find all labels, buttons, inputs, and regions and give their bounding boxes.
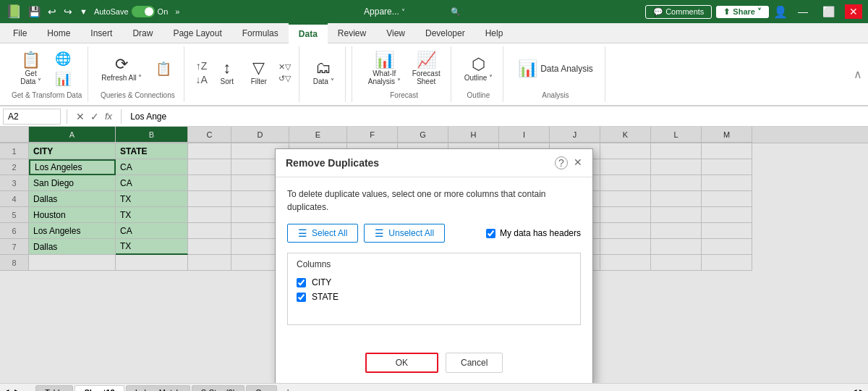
insert-function-icon[interactable]: fx	[105, 111, 112, 122]
get-transform-label: Get & Transform Data	[12, 88, 82, 99]
what-if-analysis-button[interactable]: 📊 What-IfAnalysis ˅	[364, 49, 405, 88]
outline-label: Outline	[467, 88, 490, 99]
autosave-switch[interactable]	[132, 6, 155, 17]
scroll-tabs-right-icon[interactable]: ▶	[12, 387, 23, 391]
close-button[interactable]: ✕	[845, 4, 862, 19]
analysis-buttons: 📊 Data Analysis	[512, 49, 599, 88]
dialog-title: Remove Duplicates	[286, 157, 379, 169]
outline-buttons: ⬡ Outline ˅	[460, 49, 497, 88]
column-item-city: CITY	[297, 275, 571, 290]
ribbon-group-forecast: 📊 What-IfAnalysis ˅ 📈 ForecastSheet Fore…	[358, 46, 451, 102]
tab-pagelayout[interactable]: Page Layout	[163, 23, 231, 43]
data-button[interactable]: 🗂 Data ˅	[309, 57, 339, 88]
tab-home[interactable]: Home	[37, 23, 80, 43]
tab-review[interactable]: Review	[328, 23, 376, 43]
sheet-tab-bar: ◀ ▶ ... Table Sheet13 Index_Match S-Star…	[0, 383, 868, 391]
tabs-ellipsis[interactable]: ...	[23, 388, 35, 392]
cancel-button[interactable]: Cancel	[446, 353, 503, 373]
redo-icon[interactable]: ↪	[61, 4, 75, 19]
save-icon[interactable]: 💾	[26, 4, 43, 19]
tab-file[interactable]: File	[3, 23, 37, 43]
sheet-tab-index-match[interactable]: Index_Match	[126, 385, 190, 391]
share-button[interactable]: ⬆ ⬆ Share Share ˅	[716, 6, 769, 18]
sort-descending-button[interactable]: ↓A	[193, 73, 209, 86]
sort-ascending-button[interactable]: ↑Z	[193, 59, 209, 72]
sheet-tab-table[interactable]: Table	[35, 385, 73, 391]
dialog-title-bar: Remove Duplicates ? ✕	[276, 149, 592, 177]
confirm-formula-icon[interactable]: ✓	[90, 111, 99, 122]
name-box[interactable]	[3, 109, 61, 125]
sheet-tab-c[interactable]: C...	[246, 385, 277, 391]
tab-draw[interactable]: Draw	[122, 23, 163, 43]
state-checkbox[interactable]	[297, 293, 306, 302]
from-table-button[interactable]: 📊	[48, 70, 77, 88]
search-icon[interactable]: 🔍	[451, 7, 461, 16]
maximize-button[interactable]: ⬜	[818, 4, 839, 19]
sheet-tab-sstar2[interactable]: S-Star (2)	[192, 385, 245, 391]
scroll-sheet-right-icon[interactable]: ▶	[859, 387, 865, 391]
formula-icons: ✕ ✓ fx	[73, 111, 115, 122]
forecast-label: Forecast	[390, 88, 418, 99]
comments-button[interactable]: 💬 Comments	[645, 5, 712, 19]
tab-insert[interactable]: Insert	[80, 23, 122, 43]
ribbon-collapse-icon[interactable]: ∧	[854, 67, 862, 81]
tab-formulas[interactable]: Formulas	[232, 23, 289, 43]
refresh-all-button[interactable]: ⟳ Refresh All ˅	[97, 54, 146, 85]
undo-icon[interactable]: ↩	[46, 4, 59, 19]
queries-label: Queries & Connections	[101, 88, 175, 99]
sheet-tab-sheet13[interactable]: Sheet13	[75, 385, 124, 391]
forecast-buttons: 📊 What-IfAnalysis ˅ 📈 ForecastSheet	[364, 49, 445, 88]
more-commands-icon[interactable]: ▼	[77, 6, 90, 17]
tab-view[interactable]: View	[376, 23, 415, 43]
scroll-tabs-left-icon[interactable]: ◀	[0, 387, 12, 391]
tab-help[interactable]: Help	[475, 23, 514, 43]
cancel-formula-icon[interactable]: ✕	[76, 111, 85, 122]
my-data-headers-label[interactable]: My data has headers	[486, 228, 581, 238]
sort-button[interactable]: ↕ Sort	[213, 57, 242, 88]
autosave-label: AutoSave	[94, 7, 129, 16]
unselect-all-button[interactable]: ☰ Unselect All	[364, 224, 445, 243]
reapply-button[interactable]: ↺▽	[276, 73, 293, 84]
filter-icon: ▽	[252, 60, 265, 76]
dialog-btn-row: ☰ Select All ☰ Unselect All My data has …	[287, 224, 581, 243]
column-item-state: STATE	[297, 290, 571, 304]
data-analysis-icon: 📊	[518, 59, 537, 78]
user-icon[interactable]: 👤	[773, 5, 788, 19]
dialog-overlay: Remove Duplicates ? ✕ To delete duplicat…	[0, 127, 868, 383]
filter-button[interactable]: ▽ Filter	[244, 57, 273, 88]
formula-bar: ✕ ✓ fx	[0, 106, 868, 127]
get-data-button[interactable]: 📋 GetData ˅	[16, 49, 46, 88]
city-checkbox[interactable]	[297, 278, 306, 287]
dialog-content: To delete duplicate values, select one o…	[276, 177, 592, 345]
ribbon-group-data-tools: 🗂 Data ˅	[302, 46, 346, 102]
add-sheet-icon[interactable]: +	[278, 386, 297, 392]
dialog-title-buttons: ? ✕	[555, 156, 582, 169]
columns-box-title: Columns	[297, 259, 571, 269]
dropdown-arrow-icon[interactable]: ˅	[401, 8, 405, 16]
autosave-toggle[interactable]: AutoSave On	[94, 6, 168, 17]
remove-duplicates-dialog: Remove Duplicates ? ✕ To delete duplicat…	[275, 148, 593, 383]
select-all-icon: ☰	[298, 227, 307, 239]
top-right-buttons: 💬 Comments ⬆ ⬆ Share Share ˅ 👤	[645, 5, 788, 19]
outline-button[interactable]: ⬡ Outline ˅	[460, 54, 497, 85]
get-data-icon: 📋	[21, 52, 41, 68]
scroll-sheet-left-icon[interactable]: ◀	[851, 387, 856, 391]
select-all-button[interactable]: ☰ Select All	[287, 224, 358, 243]
clear-filter-button[interactable]: ✕▽	[276, 62, 293, 72]
queries-connections-button[interactable]: 📋	[149, 58, 178, 80]
tab-developer[interactable]: Developer	[415, 23, 475, 43]
minimize-button[interactable]: —	[793, 4, 812, 19]
tab-data[interactable]: Data	[289, 23, 328, 43]
my-data-headers-checkbox[interactable]	[486, 229, 495, 238]
title-bar-right: 💬 Comments ⬆ ⬆ Share Share ˅ 👤 — ⬜ ✕	[645, 4, 862, 19]
formula-input[interactable]	[127, 110, 865, 123]
analysis-label: Analysis	[542, 88, 569, 99]
ribbon-tab-bar: File Home Insert Draw Page Layout Formul…	[0, 23, 868, 43]
data-analysis-button[interactable]: 📊 Data Analysis	[512, 54, 599, 84]
dialog-help-icon[interactable]: ?	[555, 156, 568, 169]
dialog-close-icon[interactable]: ✕	[574, 156, 582, 169]
from-web-button[interactable]: 🌐	[48, 49, 77, 68]
ok-button[interactable]: OK	[365, 353, 438, 373]
ribbon-group-analysis: 📊 Data Analysis Analysis	[506, 46, 605, 102]
forecast-sheet-button[interactable]: 📈 ForecastSheet	[408, 49, 445, 88]
